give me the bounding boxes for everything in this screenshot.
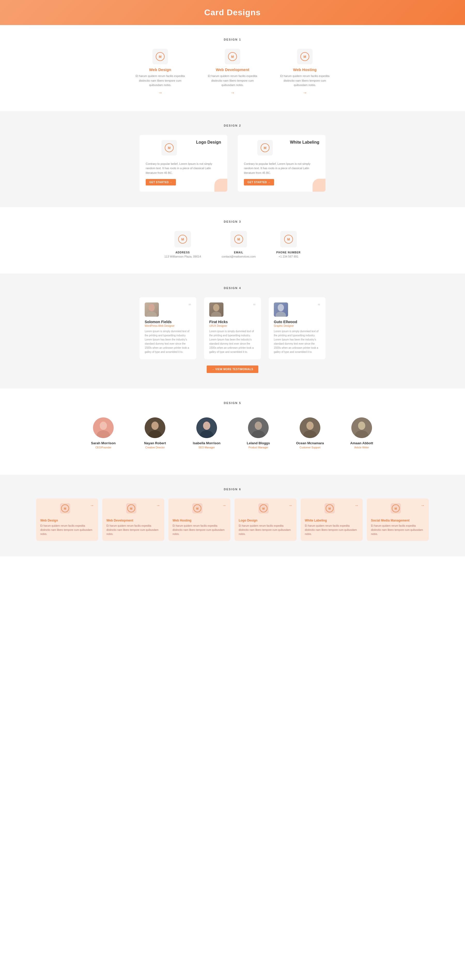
d1-card2-arrow[interactable]: →: [204, 90, 261, 95]
d6-social-icon: M: [391, 504, 400, 513]
d6-card1-title: Web Design: [40, 519, 94, 522]
design2-card-2: M White Labeling Contrary to popular bel…: [238, 135, 325, 192]
d6-web-design-icon-box: M: [60, 503, 70, 514]
svg-text:M: M: [182, 237, 184, 241]
d1-card2-title: Web Development: [204, 67, 261, 72]
d1-card3-title: Web Hosting: [276, 67, 333, 72]
d6-card4-desc: Et harum quidem rerum facilis expedita d…: [239, 524, 293, 536]
email-icon: M: [234, 235, 244, 244]
isabella-avatar: [196, 417, 217, 438]
svg-text:M: M: [263, 507, 265, 510]
d2-card2-desc: Contrary to popular belief, Lorem Ipsum …: [244, 162, 319, 175]
d6-card2-arrow[interactable]: →: [156, 503, 160, 508]
design5-card-sarah: Sarah Morrison CEO/Founder: [78, 412, 129, 454]
design4-section: DESIGN 4 ❝ Solomon Fields WordPress-Web …: [0, 274, 465, 388]
d2-card2-btn[interactable]: GET STARTED →: [244, 179, 274, 185]
d6-web-dev-icon: M: [127, 504, 136, 513]
d4-card2-role: UI/UX Designer: [209, 325, 256, 327]
design2-cards: M Logo Design Contrary to popular belief…: [21, 135, 444, 192]
d6-web-dev-icon-box: M: [126, 503, 136, 514]
d4-card2-desc: Lorem ipsum is simply dummied text of th…: [209, 329, 256, 354]
svg-point-20: [278, 304, 284, 311]
design2-section: DESIGN 2 M Logo Design Contrary to popul…: [0, 111, 465, 207]
design5-label: DESIGN 5: [21, 388, 444, 404]
design6-card-2: M → Web Development Et harum quidem reru…: [102, 498, 164, 541]
d1-card3-arrow[interactable]: →: [276, 90, 333, 95]
ocean-avatar: [300, 417, 320, 438]
design5-card-amaan: Amaan Abbott Article Writer: [336, 412, 387, 454]
design6-card-6: M → Social Media Management Et harum qui…: [367, 498, 429, 541]
d6-card4-arrow[interactable]: →: [288, 503, 293, 508]
d4-card1-role: WordPress-Web Designer: [145, 325, 191, 327]
svg-text:M: M: [395, 507, 397, 510]
d2-card1-btn[interactable]: GET STARTED →: [146, 179, 176, 185]
d1-card3-desc: Et harum quidem rerum facilis expedita d…: [276, 74, 333, 88]
svg-text:M: M: [329, 507, 331, 510]
design1-card-3: M Web Hosting Et harum quidem rerum faci…: [276, 49, 333, 95]
d3-address-label: ADDRESS: [164, 251, 201, 254]
svg-text:M: M: [64, 507, 66, 510]
svg-point-23: [100, 422, 107, 430]
d6-card3-arrow[interactable]: →: [222, 503, 226, 508]
isabella-role: SEO Manager: [189, 446, 225, 449]
d6-card1-arrow[interactable]: →: [90, 503, 94, 508]
d4-card2-name: Firat Hicks: [209, 320, 256, 324]
web-dev-icon-box: M: [225, 49, 240, 64]
d6-card4-top: M →: [239, 503, 293, 517]
nayan-avatar: [145, 417, 165, 438]
d6-card6-top: M →: [371, 503, 425, 517]
design2-label: DESIGN 2: [21, 111, 444, 127]
logo-design-icon-box: M: [161, 140, 177, 156]
svg-point-32: [255, 422, 262, 430]
d6-card2-title: Web Development: [107, 519, 160, 522]
d6-card4-title: Logo Design: [239, 519, 293, 522]
guto-avatar-img: [274, 302, 288, 317]
design4-cards: ❝ Solomon Fields WordPress-Web Designer …: [21, 297, 444, 359]
d4-card2-top: ❝: [209, 302, 256, 317]
sarah-avatar: [93, 417, 114, 438]
design5-card-isabella: Isabella Morrison SEO Manager: [181, 412, 232, 454]
design2-card-1: M Logo Design Contrary to popular belief…: [140, 135, 227, 192]
sarah-role: CEO/Founder: [85, 446, 121, 449]
design1-label: DESIGN 1: [21, 25, 444, 41]
design3-cards: M ADDRESS 113 Williamson Plaza, 09014 M …: [21, 231, 444, 258]
design3-email-card: M EMAIL contact@maitservices.com: [221, 231, 256, 258]
d3-email-value: contact@maitservices.com: [221, 255, 256, 258]
logo-design-text: Logo Design: [196, 140, 221, 146]
design3-section: DESIGN 3 M ADDRESS 113 Williamson Plaza,…: [0, 207, 465, 274]
d6-white-label-icon: M: [325, 504, 334, 513]
d6-logo-icon-box: M: [258, 503, 269, 514]
d6-card5-top: M →: [305, 503, 358, 517]
web-hosting-icon: M: [300, 52, 309, 61]
page-header: Card Designs: [0, 0, 465, 25]
address-icon: M: [178, 235, 187, 244]
amaan-role: Article Writer: [344, 446, 380, 449]
view-more-testimonials-btn[interactable]: → VIEW MORE TESTIMONIALS: [207, 366, 258, 373]
nayan-role: Creative Director: [137, 446, 173, 449]
d6-card2-desc: Et harum quidem rerum facilis expedita d…: [107, 524, 160, 536]
svg-point-38: [358, 422, 365, 430]
d6-web-design-icon: M: [61, 504, 70, 513]
design5-grid: Sarah Morrison CEO/Founder Nayan Robert …: [21, 412, 444, 454]
d6-card5-arrow[interactable]: →: [354, 503, 358, 508]
d4-card3-quote-icon: ❝: [317, 302, 320, 309]
phone-icon-box: M: [280, 231, 297, 247]
d4-card3-desc: Lorem ipsum is simply dummied text of th…: [274, 329, 320, 354]
leland-avatar-img: [248, 417, 269, 438]
design5-card-nayan: Nayan Robert Creative Director: [129, 412, 181, 454]
ocean-avatar-img: [300, 417, 320, 438]
d4-card3-name: Guto Ellwood: [274, 320, 320, 324]
d4-card3-top: ❝: [274, 302, 320, 317]
design5-card-leland: Leland Bloggs Product Manager: [232, 412, 284, 454]
d1-card1-arrow[interactable]: →: [132, 90, 189, 95]
svg-text:M: M: [159, 55, 162, 59]
svg-text:M: M: [130, 507, 132, 510]
isabella-avatar-img: [196, 417, 217, 438]
d6-card6-arrow[interactable]: →: [420, 503, 425, 508]
d6-white-label-icon-box: M: [325, 503, 335, 514]
d6-logo-icon: M: [259, 504, 268, 513]
d1-card2-desc: Et harum quidem rerum facilis expedita d…: [204, 74, 261, 88]
design6-card-1: M → Web Design Et harum quidem rerum fac…: [36, 498, 98, 541]
d3-phone-value: +1 234 567 891: [276, 255, 301, 258]
design6-section: DESIGN 6 M → Web Design Et harum quidem …: [0, 475, 465, 556]
